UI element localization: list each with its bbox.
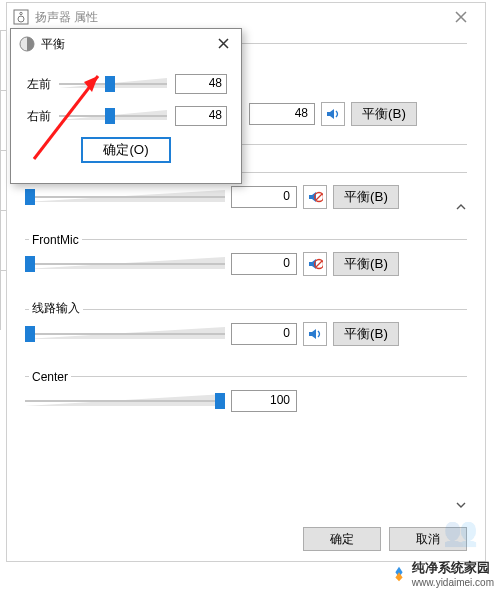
master-level-value[interactable]: 48 [249, 103, 315, 125]
watermark-brand: 纯净系统家园 [412, 559, 494, 577]
group-label: FrontMic [29, 233, 82, 247]
channel-label: 右前 [21, 108, 51, 125]
group-label: Center [29, 370, 71, 384]
slider-thumb[interactable] [25, 256, 35, 272]
channel-label: 左前 [21, 76, 51, 93]
chevron-down-icon [456, 500, 466, 510]
level-slider[interactable] [25, 185, 225, 209]
master-balance-button[interactable]: 平衡(B) [351, 102, 417, 126]
mute-button[interactable] [303, 322, 327, 346]
level-group: FrontMic0平衡(B) [25, 225, 467, 276]
balance-button[interactable]: 平衡(B) [333, 252, 399, 276]
watermark: 纯净系统家园 www.yidaimei.com [390, 559, 494, 588]
background-people-icon: 👥 [443, 515, 472, 548]
channel-value[interactable]: 48 [175, 106, 227, 126]
balance-close-button[interactable] [211, 33, 235, 53]
close-icon [455, 11, 467, 23]
balance-button[interactable]: 平衡(B) [333, 185, 399, 209]
speaker-muted-icon [307, 189, 323, 205]
balance-dialog: 平衡 左前48右前48 确定(O) [10, 28, 242, 184]
balance-titlebar[interactable]: 平衡 [11, 29, 241, 59]
group-label: 线路输入 [29, 300, 83, 317]
balance-icon [19, 36, 35, 52]
speaker-on-icon [325, 106, 341, 122]
channel-slider[interactable] [59, 105, 167, 127]
channel-slider[interactable] [59, 73, 167, 95]
level-slider[interactable] [25, 389, 225, 413]
chevron-up-icon [456, 202, 466, 212]
slider-thumb[interactable] [25, 189, 35, 205]
svg-line-8 [316, 261, 322, 267]
speaker-on-icon [307, 326, 323, 342]
main-titlebar[interactable]: 扬声器 属性 [7, 3, 485, 31]
slider-thumb[interactable] [25, 326, 35, 342]
level-group: 线路输入0平衡(B) [25, 292, 467, 346]
svg-point-2 [20, 12, 22, 14]
scroll-down-arrow[interactable] [453, 497, 469, 513]
balance-channel-row: 左前48 [21, 73, 231, 95]
close-icon [218, 38, 229, 49]
watermark-logo-icon [390, 565, 408, 583]
scroll-up-arrow[interactable] [453, 199, 469, 215]
mute-button[interactable] [303, 185, 327, 209]
level-value[interactable]: 0 [231, 186, 297, 208]
level-value[interactable]: 0 [231, 323, 297, 345]
ok-button[interactable]: 确定 [303, 527, 381, 551]
level-slider[interactable] [25, 322, 225, 346]
master-mute-button[interactable] [321, 102, 345, 126]
mute-button[interactable] [303, 252, 327, 276]
balance-channel-row: 右前48 [21, 105, 231, 127]
level-value[interactable]: 100 [231, 390, 297, 412]
level-group: Center100 [25, 362, 467, 413]
speaker-icon [13, 9, 29, 25]
svg-line-5 [316, 194, 322, 200]
slider-thumb[interactable] [105, 76, 115, 92]
level-slider[interactable] [25, 252, 225, 276]
balance-button[interactable]: 平衡(B) [333, 322, 399, 346]
balance-title: 平衡 [41, 36, 65, 53]
level-value[interactable]: 0 [231, 253, 297, 275]
watermark-url: www.yidaimei.com [412, 577, 494, 588]
slider-thumb[interactable] [105, 108, 115, 124]
svg-point-1 [18, 16, 24, 22]
master-level-row: 48 平衡(B) [249, 102, 467, 126]
speaker-muted-icon [307, 256, 323, 272]
vertical-scrollbar[interactable] [453, 199, 469, 513]
slider-thumb[interactable] [215, 393, 225, 409]
main-title: 扬声器 属性 [35, 9, 98, 26]
channel-value[interactable]: 48 [175, 74, 227, 94]
balance-ok-button[interactable]: 确定(O) [81, 137, 171, 163]
main-close-button[interactable] [441, 3, 481, 31]
